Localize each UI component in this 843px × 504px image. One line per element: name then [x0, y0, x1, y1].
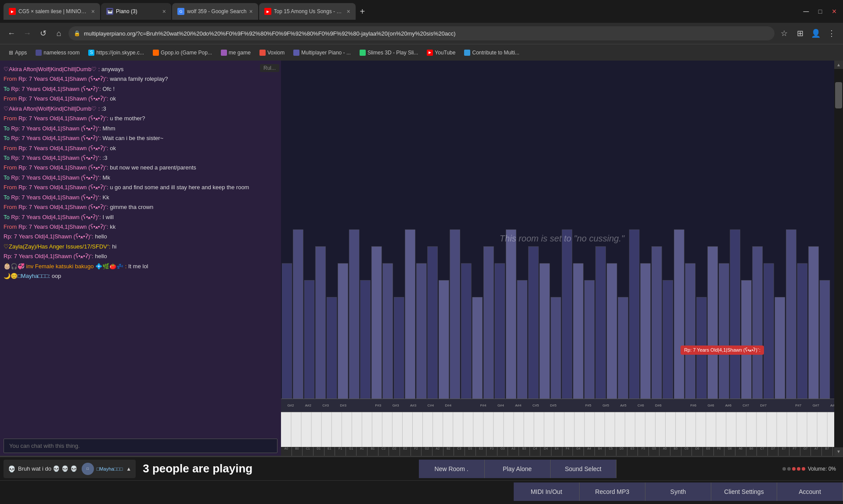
tab-1[interactable]: ▶ CG5 × salem ilese | MINION Offi... ×: [4, 3, 100, 20]
profile-button[interactable]: 👤: [810, 27, 822, 40]
svg-rect-41: [741, 281, 751, 399]
msg-8: To Rp: 7 Years Old|4,1|Shawn (ʕ•ﻌ•ʔ)ʻ: W…: [4, 133, 276, 143]
volume-area: Volume: 0%: [775, 466, 843, 472]
account-button[interactable]: Account: [777, 482, 843, 501]
bookmark-contribute[interactable]: Contribute to Multi...: [461, 48, 522, 58]
scroll-thumb[interactable]: [835, 82, 842, 108]
close-window-button[interactable]: ×: [829, 6, 839, 17]
tab-3[interactable]: G wolf 359 - Google Search ×: [172, 3, 258, 20]
msg-19: ♡Zayla(Zay)/Has Anger Issues/17/SFDVʻ: h…: [4, 242, 276, 251]
tab-4-title: Top 15 Among Us Songs - YouTu...: [274, 8, 344, 14]
svg-rect-22: [528, 247, 538, 399]
extension-button[interactable]: ⊞: [794, 27, 806, 40]
minimize-button[interactable]: ─: [801, 6, 811, 17]
back-button[interactable]: ←: [5, 27, 18, 40]
menu-button[interactable]: ⋮: [825, 27, 838, 40]
new-room-button[interactable]: New Room .: [419, 460, 485, 478]
bookmark-multiplayer[interactable]: Multiplayer Piano - ...: [290, 48, 354, 58]
msg-2: From Rp: 7 Years Old|4,1|Shawn (ʕ•ﻌ•ʔ)ʻ:…: [4, 74, 276, 83]
bookmark-apps-label: Apps: [15, 50, 27, 56]
bottom-toolbar: 💀 Bruh wat i do 💀 💀 💀 □ □Mayha□□□ ▲ 3 pe…: [0, 456, 843, 504]
bookmark-gpop[interactable]: Gpop.io (Game Pop...: [149, 48, 216, 58]
tab-2-favicon: 🎹: [106, 8, 113, 15]
megame-favicon: [221, 50, 227, 56]
chat-input-container: [0, 436, 281, 456]
svg-rect-26: [573, 263, 584, 399]
skype-favicon: S: [88, 50, 94, 56]
msg-14: To Rp: 7 Years Old|4,1|Shawn (ʕ•ﻌ•ʔ)ʻ: K…: [4, 193, 276, 202]
bookmark-skype-label: https://join.skype.c...: [96, 50, 144, 56]
tab-4-close[interactable]: ×: [346, 8, 350, 15]
vol-dot-1: [782, 467, 786, 471]
scroll-track: [834, 69, 843, 447]
apps-icon: ⊞: [9, 50, 13, 56]
sound-select-button[interactable]: Sound Select: [551, 460, 616, 478]
svg-rect-11: [405, 230, 415, 399]
bookmark-voxiom-label: Voxiom: [267, 50, 285, 56]
bookmark-apps[interactable]: ⊞ Apps: [5, 48, 30, 58]
msg-20: Rp: 7 Years Old|4,1|Shawn (ʕ•ﻌ•ʔ)ʻ: hell…: [4, 252, 276, 261]
svg-rect-44: [775, 297, 785, 399]
bookmark-nameless[interactable]: nameless room: [32, 48, 83, 58]
tab-1-favicon: ▶: [9, 8, 16, 15]
svg-rect-48: [820, 281, 830, 399]
piano-panel: This room is set to "no cussing.": [281, 61, 843, 456]
maximize-button[interactable]: □: [815, 6, 825, 17]
piano-keys-svg: // This will be rendered as literal text…: [281, 412, 843, 447]
scroll-down-btn[interactable]: ▼: [834, 447, 843, 456]
bookmark-voxiom[interactable]: Voxiom: [256, 48, 288, 58]
synth-button[interactable]: Synth: [645, 482, 711, 501]
address-bar[interactable]: 🔒 multiplayerpiano.org/?c=Bruh%20wat%20i…: [68, 26, 775, 40]
svg-rect-16: [461, 263, 471, 399]
svg-rect-8: [371, 247, 382, 399]
bookmark-slimes[interactable]: Slimes 3D - Play Sli...: [356, 48, 422, 58]
bookmark-youtube[interactable]: ▶ YouTube: [423, 48, 459, 58]
lock-icon: 🔒: [74, 30, 80, 36]
svg-rect-0: [282, 263, 292, 399]
piano-note-labels: A0 B0 C1 D1 E1 F1 G1 A1 B1 C2 D2 E2 F2 G…: [281, 447, 843, 456]
vol-dot-4: [797, 467, 800, 471]
svg-rect-13: [428, 247, 438, 399]
svg-rect-47: [808, 247, 818, 399]
tab-3-close[interactable]: ×: [249, 8, 252, 15]
svg-rect-3: [316, 247, 326, 399]
scroll-up-btn[interactable]: ▲: [834, 61, 843, 69]
gpop-favicon: [153, 50, 159, 56]
bookmark-multiplayer-label: Multiplayer Piano - ...: [301, 50, 351, 56]
expand-user-icon[interactable]: ▲: [126, 466, 131, 472]
svg-rect-32: [641, 263, 651, 399]
tab-1-close[interactable]: ×: [91, 8, 95, 15]
bookmark-contribute-label: Contribute to Multi...: [472, 50, 519, 56]
forward-button[interactable]: →: [21, 27, 33, 40]
tab-4[interactable]: ▶ Top 15 Among Us Songs - YouTu... ×: [259, 3, 356, 20]
star-button[interactable]: ☆: [778, 27, 790, 40]
toolbar-bottom-row: MIDI In/Out Record MP3 Synth Client Sett…: [0, 480, 843, 502]
home-button[interactable]: ⌂: [53, 27, 65, 40]
svg-rect-15: [450, 230, 460, 399]
rules-button[interactable]: Rul...: [260, 64, 279, 72]
svg-rect-25: [562, 230, 572, 399]
bookmark-skype[interactable]: S https://join.skype.c...: [85, 48, 148, 58]
midi-button[interactable]: MIDI In/Out: [514, 482, 580, 501]
play-alone-button[interactable]: Play Alone: [485, 460, 551, 478]
refresh-button[interactable]: ↺: [37, 27, 49, 40]
piano-keys[interactable]: // This will be rendered as literal text…: [281, 412, 843, 447]
tab-1-title: CG5 × salem ilese | MINION Offi...: [18, 8, 89, 14]
piano-scrollbar[interactable]: ▲ ▼: [834, 61, 843, 456]
record-mp3-button[interactable]: Record MP3: [580, 482, 645, 501]
tab-3-title: wolf 359 - Google Search: [187, 8, 246, 14]
svg-rect-35: [674, 230, 684, 399]
svg-rect-7: [360, 281, 371, 399]
new-tab-button[interactable]: +: [357, 7, 369, 17]
tab-2[interactable]: 🎹 Piano (3) ×: [101, 3, 171, 20]
svg-rect-33: [652, 247, 662, 399]
tab-2-close[interactable]: ×: [162, 8, 166, 15]
svg-rect-30: [618, 297, 628, 399]
current-user-text: Bruh wat i do 💀 💀 💀: [18, 465, 77, 472]
avatar-name: □Mayha□□□: [97, 466, 123, 472]
bookmark-megame[interactable]: me game: [217, 48, 254, 58]
client-settings-button[interactable]: Client Settings: [711, 482, 777, 501]
toolbar-buttons-row1: New Room . Play Alone Sound Select: [419, 460, 616, 478]
bookmark-youtube-label: YouTube: [435, 50, 455, 56]
chat-input[interactable]: [4, 439, 277, 453]
